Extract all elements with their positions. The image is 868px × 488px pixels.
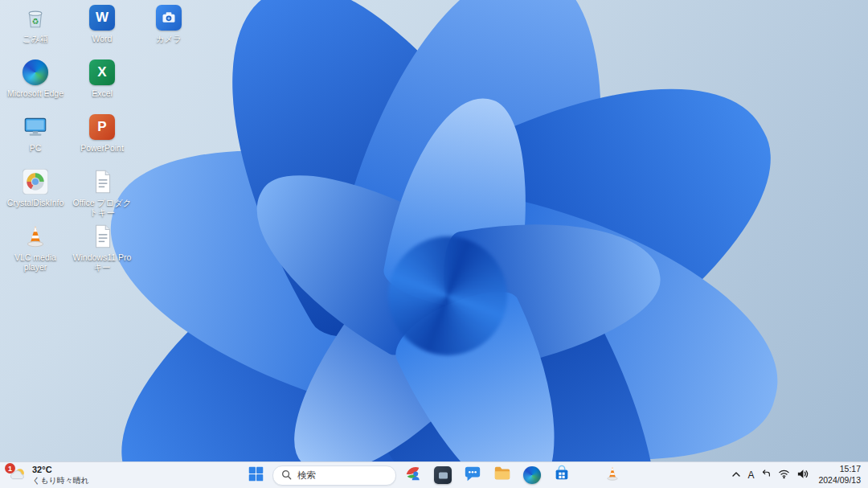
weather-icon: 1 [10, 466, 27, 484]
desktop-icon-label: VLC media player [4, 252, 67, 272]
folder-icon [493, 465, 511, 486]
hidden-icons-chevron-button[interactable] [731, 468, 741, 482]
desktop-icon-powerpoint[interactable]: PPowerPoint [70, 113, 134, 166]
desktop-icon-label: ごみ箱 [23, 34, 48, 43]
desktop-icon-vlc-media-player[interactable]: VLC media player [3, 222, 68, 275]
search-label: 検索 [297, 470, 316, 482]
desktop-icon-label: PC [30, 143, 42, 153]
powerpoint-icon: P [89, 113, 115, 141]
desktop-icon-label: Excel [92, 88, 113, 98]
microsoft-store-button[interactable] [549, 465, 575, 486]
vlc-running-app-button[interactable] [600, 465, 625, 486]
ime-mode-indicator[interactable]: A [747, 470, 754, 481]
desktop-icon-recycle-bin[interactable]: ♻ごみ箱 [3, 3, 68, 56]
weather-condition: くもり時々晴れ [32, 476, 89, 486]
crystaldiskinfo-icon [23, 167, 48, 196]
desktop-icon-pc[interactable]: PC [3, 113, 68, 166]
time-text: 15:17 [840, 464, 861, 475]
desktop-icon-office-product-key[interactable]: Office プロダクトキー [70, 167, 134, 220]
clock[interactable]: 15:17 2024/09/13 [815, 464, 861, 486]
desktop-icon-crystaldiskinfo[interactable]: CrystalDiskInfo [3, 167, 68, 220]
edge-icon [523, 466, 541, 484]
copilot-icon [404, 465, 422, 486]
desktop-icon-excel[interactable]: XExcel [70, 58, 134, 111]
file-explorer-button[interactable] [489, 465, 515, 486]
text-file-icon [88, 167, 116, 196]
weather-widget[interactable]: 1 32°C くもり時々晴れ [3, 462, 96, 488]
chat-button[interactable] [460, 465, 485, 486]
desktop-icon-label: Office プロダクトキー [71, 198, 133, 217]
volume-icon[interactable] [796, 468, 809, 483]
taskbar-search-box[interactable]: 検索 [272, 465, 396, 486]
weather-temperature: 32°C [32, 465, 89, 475]
recycle-bin-icon: ♻ [22, 3, 49, 32]
start-button[interactable] [243, 465, 268, 486]
excel-icon: X [89, 58, 115, 87]
search-icon [281, 470, 292, 482]
notification-badge: 1 [5, 463, 15, 474]
desktop-icon-label: Word [92, 34, 113, 43]
chat-bubble-icon [464, 465, 481, 486]
desktop-icon-label: CrystalDiskInfo [7, 198, 64, 207]
desktop-icon-microsoft-edge[interactable]: Microsoft Edge [3, 58, 68, 111]
desktop-icon-label: Windows11 Pro キー [71, 252, 133, 272]
vlc-cone-icon [604, 465, 621, 486]
desktop-icon-label: カメラ [156, 34, 182, 43]
dark-app-icon [434, 466, 452, 484]
desktop-wallpaper: ♻ごみ箱WWord カメラMicrosoft EdgeXExcel PCPPow… [0, 0, 868, 462]
desktop-icon-label: Microsoft Edge [7, 88, 63, 98]
copilot-button[interactable] [400, 465, 426, 486]
back-arrow-icon[interactable] [760, 468, 772, 482]
store-bag-icon [553, 465, 571, 486]
wifi-icon[interactable] [778, 468, 790, 483]
taskbar: 1 32°C くもり時々晴れ [0, 461, 868, 488]
desktop-icon-camera[interactable]: カメラ [137, 3, 201, 56]
desktop-icon-windows11-pro-key[interactable]: Windows11 Pro キー [70, 222, 134, 275]
date-text: 2024/09/13 [818, 475, 861, 486]
pinned-app-dark-button[interactable] [430, 465, 456, 486]
edge-browser-button[interactable] [519, 465, 545, 486]
word-icon: W [89, 3, 115, 32]
desktop-icon-word[interactable]: WWord [70, 3, 134, 56]
edge-icon [23, 58, 48, 87]
camera-icon [156, 3, 182, 32]
windows-logo-icon [248, 465, 264, 486]
desktop-icon-label: PowerPoint [80, 143, 124, 153]
vlc-icon [22, 222, 49, 251]
svg-text:♻: ♻ [32, 17, 39, 26]
text-file-icon [88, 222, 116, 251]
pc-icon [22, 113, 49, 141]
